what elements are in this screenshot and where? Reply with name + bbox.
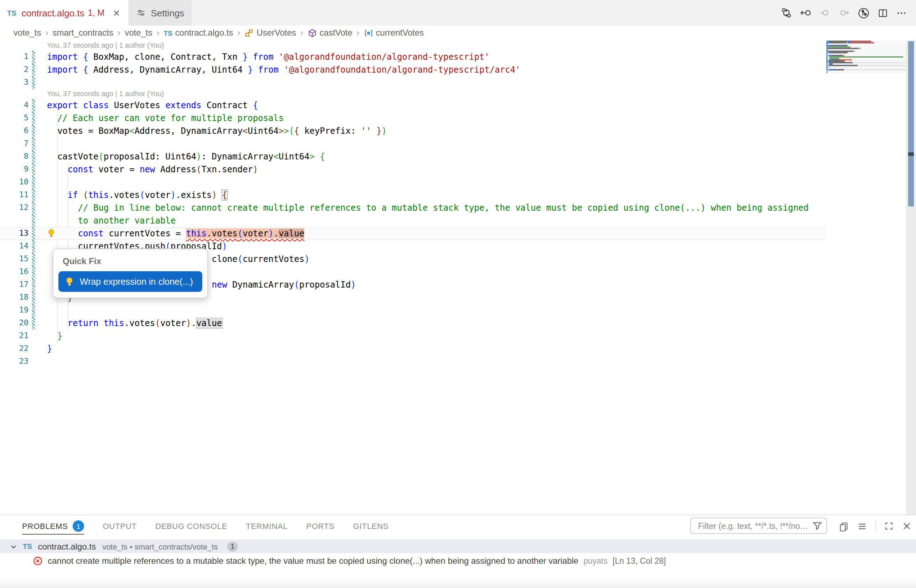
gutter-modified-indicator: [32, 163, 35, 176]
line-number: 20: [0, 317, 29, 330]
maximize-panel-icon[interactable]: [884, 521, 894, 531]
panel-tab-problems[interactable]: PROBLEMS1: [22, 515, 84, 537]
gutter-modified-indicator: [32, 176, 35, 189]
collapse-all-icon[interactable]: [857, 521, 867, 531]
panel-tab-gitlens[interactable]: GITLENS: [353, 515, 388, 537]
class-symbol-icon: [245, 28, 254, 37]
view-as-table-icon[interactable]: [838, 521, 849, 531]
line-number: 22: [0, 342, 29, 355]
code-line-2: 2import { Address, DynamicArray, Uint64 …: [0, 63, 826, 76]
previous-change-icon[interactable]: [819, 7, 830, 18]
code-text: votes = BoxMap<Address, DynamicArray<Uin…: [47, 124, 387, 137]
error-highlight: this.votes(voter).value: [186, 228, 304, 239]
gutter-modified-indicator: [32, 50, 35, 63]
split-editor-icon[interactable]: [877, 8, 888, 18]
blame-text: You, 37 seconds ago | 1 author (You): [47, 40, 164, 50]
close-tab-icon[interactable]: [112, 8, 121, 18]
filter-input[interactable]: [697, 521, 812, 531]
gutter-modified-indicator: [32, 124, 35, 137]
more-actions-icon[interactable]: [896, 8, 907, 18]
breadcrumb-separator-icon: ›: [45, 28, 49, 38]
panel-tab-debug-console[interactable]: DEBUG CONSOLE: [155, 515, 227, 537]
line-number: 11: [0, 189, 29, 202]
panel-tabs: PROBLEMS1OUTPUTDEBUG CONSOLETERMINALPORT…: [22, 515, 388, 537]
problems-list: TS contract.algo.ts vote_ts • smart_cont…: [0, 540, 916, 569]
compare-changes-icon[interactable]: [781, 7, 792, 18]
panel-footer-gradient: [0, 579, 916, 588]
breadcrumb-item-castvote[interactable]: castVote: [307, 28, 352, 38]
code-text: }: [47, 330, 62, 342]
code-text: return this.votes(voter).value: [47, 317, 222, 330]
gutter-modified-indicator: [32, 304, 35, 317]
code-line-13: 13 const currentVotes = this.votes(voter…: [0, 227, 826, 240]
overview-ruler-mark: [908, 152, 914, 156]
close-panel-icon[interactable]: [902, 521, 912, 531]
breadcrumb-item-uservotes[interactable]: UserVotes: [245, 28, 296, 38]
code-line-19: 19: [0, 304, 826, 317]
typescript-icon: TS: [7, 9, 16, 17]
lightbulb-icon: [65, 277, 74, 286]
gutter-modified-indicator: [32, 189, 35, 202]
code-text: }: [47, 342, 52, 355]
filter-icon[interactable]: [812, 520, 823, 531]
gutter-modified-indicator: [32, 137, 35, 150]
tab-contract-algo-ts[interactable]: TS contract.algo.ts 1, M: [0, 0, 128, 26]
problem-error-row[interactable]: cannot create multiple references to a m…: [0, 553, 916, 569]
tab-settings[interactable]: Settings: [128, 0, 191, 26]
panel-tab-output[interactable]: OUTPUT: [103, 515, 137, 537]
quickfix-item-wrap-in-clone[interactable]: Wrap expression in clone(...): [58, 271, 202, 292]
code-line-1: 1import { BoxMap, clone, Contract, Txn }…: [0, 50, 826, 63]
gutter-modified-indicator: [32, 63, 35, 76]
line-number: 3: [0, 76, 29, 89]
breadcrumb-item-smart-contracts[interactable]: smart_contracts: [52, 28, 113, 38]
settings-sliders-icon: [136, 8, 146, 18]
problem-file-row[interactable]: TS contract.algo.ts vote_ts • smart_cont…: [0, 540, 916, 553]
panel-tab-label: PORTS: [306, 522, 334, 530]
panel-tab-ports[interactable]: PORTS: [306, 515, 334, 537]
problem-count-badge: 1: [227, 541, 238, 551]
scrollbar[interactable]: [906, 40, 916, 515]
code-line-22: 22}: [0, 342, 826, 355]
chevron-down-icon[interactable]: [8, 541, 18, 551]
code-line-8: 8 castVote(proposalId: Uint64): DynamicA…: [0, 150, 826, 163]
code-text: export class UserVotes extends Contract …: [47, 99, 258, 112]
code-text: const voter = new Address(Txn.sender): [47, 163, 258, 176]
breadcrumb-item-vote-ts[interactable]: vote_ts: [13, 28, 41, 38]
line-number: 18: [0, 291, 29, 304]
problems-filter[interactable]: [690, 517, 827, 534]
gitlens-graph-icon[interactable]: [858, 7, 870, 19]
panel-tab-terminal[interactable]: TERMINAL: [246, 515, 288, 537]
code-line-7: 7: [0, 137, 826, 150]
error-source: puyats: [583, 557, 608, 565]
line-number: 16: [0, 265, 29, 278]
panel-tab-label: GITLENS: [353, 522, 388, 530]
code-line-9: 9 const voter = new Address(Txn.sender): [0, 163, 826, 176]
code-editor[interactable]: You, 37 seconds ago | 1 author (You)1imp…: [0, 40, 916, 515]
next-change-icon[interactable]: [838, 7, 850, 18]
variable-symbol-icon: [364, 28, 373, 37]
gutter-modified-indicator: [32, 265, 35, 278]
line-number: 15: [0, 253, 29, 265]
code-line-3: 3: [0, 76, 826, 89]
blame-text: You, 37 seconds ago | 1 author (You): [47, 89, 164, 99]
error-location: [Ln 13, Col 28]: [613, 557, 666, 565]
lightbulb-icon[interactable]: [47, 228, 56, 239]
navigate-back-icon[interactable]: [800, 7, 811, 18]
code-line: to another variable: [0, 214, 826, 227]
breadcrumb-item-currentvotes[interactable]: currentVotes: [364, 28, 424, 38]
breadcrumb-item-contract-algo-ts[interactable]: TScontract.algo.ts: [164, 28, 233, 38]
code-line-4: 4export class UserVotes extends Contract…: [0, 99, 826, 112]
code-text: // Each user can vote for multiple propo…: [47, 112, 284, 124]
line-number: 12: [0, 202, 29, 214]
breadcrumb-item-vote-ts[interactable]: vote_ts: [125, 28, 152, 38]
minimap[interactable]: [826, 40, 906, 75]
gutter-modified-indicator: [32, 76, 35, 89]
line-number: 21: [0, 330, 29, 342]
code-line-11: 11 if (this.votes(voter).exists) {: [0, 189, 826, 202]
breadcrumb-label: vote_ts: [125, 28, 152, 38]
line-number: 6: [0, 124, 29, 137]
vscode-window: TS contract.algo.ts 1, M Settings: [0, 0, 916, 588]
tab-modified-badge: 1, M: [88, 8, 105, 18]
minimap-line: [826, 73, 906, 75]
code-line-6: 6 votes = BoxMap<Address, DynamicArray<U…: [0, 124, 826, 137]
